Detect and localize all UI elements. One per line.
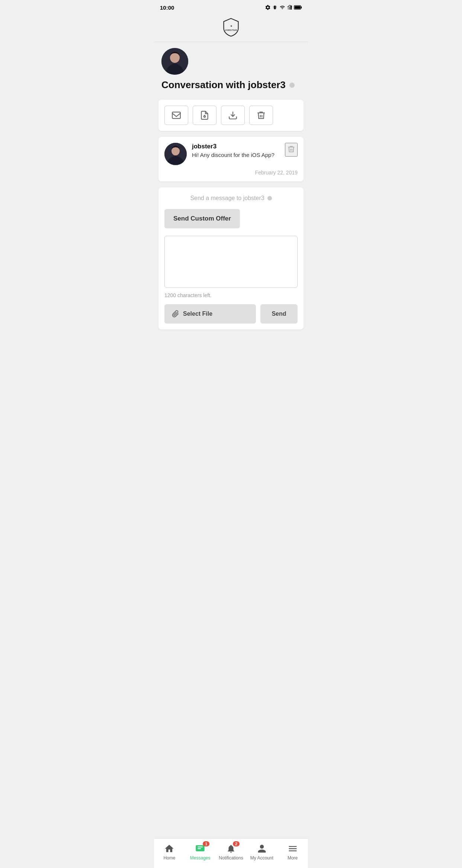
email-icon [171,110,181,120]
reply-actions: Select File Send [164,304,298,324]
user-avatar [161,48,188,75]
reply-section: Send a message to jobster3 Send Custom O… [158,187,304,329]
send-message-button[interactable]: Send [260,304,298,324]
logo: ★ JOBSTER [221,16,241,37]
download-action-button[interactable] [221,106,245,125]
placeholder-dot [267,196,272,200]
signal-icon [287,4,292,10]
document-icon [200,110,209,120]
svg-rect-3 [291,6,292,10]
svg-rect-11 [172,112,180,118]
paperclip-icon [172,310,179,318]
app-header: ★ JOBSTER [154,13,308,42]
svg-rect-2 [290,6,291,10]
document-action-button[interactable] [193,106,216,125]
status-time: 10:00 [160,4,174,11]
status-bar: 10:00 [154,0,308,13]
reply-placeholder: Send a message to jobster3 [164,195,298,202]
jobster-logo: ★ JOBSTER [221,16,241,37]
svg-rect-6 [295,6,300,9]
trash-icon [256,110,266,120]
message-content: jobster3 Hi! Any discount for the iOS Ap… [192,143,280,158]
memory-icon [272,4,277,10]
svg-text:★: ★ [230,25,232,27]
message-delete-button[interactable] [285,143,298,157]
settings-icon [265,4,271,10]
svg-rect-5 [301,6,302,8]
message-input[interactable] [164,236,298,288]
svg-text:JOBSTER: JOBSTER [225,29,237,31]
message-avatar [164,143,187,165]
wifi-icon [279,5,286,10]
status-icons [265,4,302,10]
select-file-button[interactable]: Select File [164,304,256,324]
message-date: February 22, 2019 [164,170,298,176]
main-content: Conversation with jobster3 [154,42,308,365]
conversation-title: Conversation with jobster3 [161,79,301,91]
online-status-dot [289,83,295,88]
char-count: 1200 characters left. [164,292,298,298]
svg-rect-0 [288,7,288,10]
action-card [158,100,304,131]
svg-rect-1 [289,7,289,10]
message-trash-icon [287,145,295,153]
email-action-button[interactable] [164,106,188,125]
message-card: jobster3 Hi! Any discount for the iOS Ap… [158,137,304,181]
message-text: Hi! Any discount for the iOS App? [192,152,280,158]
battery-icon [294,5,302,10]
delete-action-button[interactable] [249,106,273,125]
message-header: jobster3 Hi! Any discount for the iOS Ap… [164,143,298,165]
download-icon [228,110,238,120]
svg-point-12 [204,116,205,117]
profile-section: Conversation with jobster3 [154,42,308,100]
send-custom-offer-button[interactable]: Send Custom Offer [164,209,240,228]
message-username: jobster3 [192,143,280,150]
